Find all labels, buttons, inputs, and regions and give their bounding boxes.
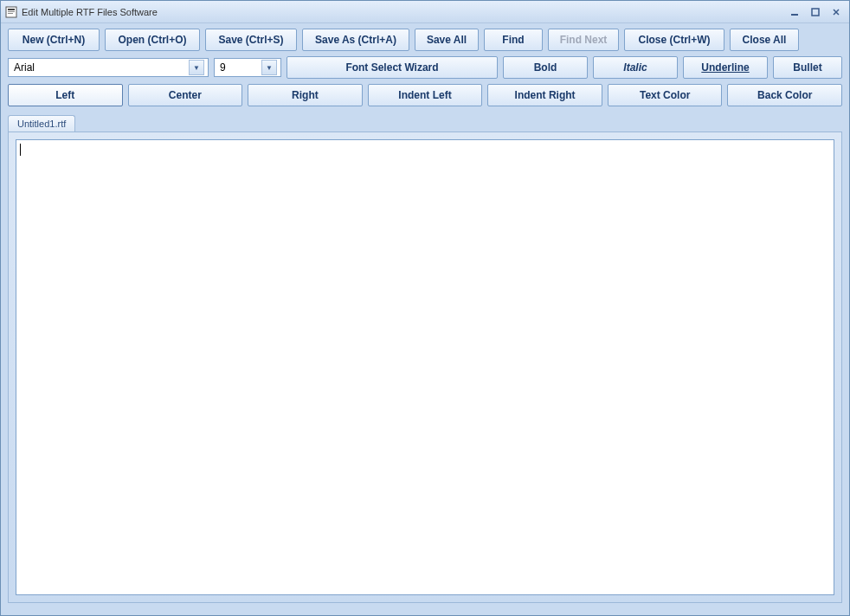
- bullet-button[interactable]: Bullet: [773, 56, 842, 79]
- italic-button[interactable]: Italic: [593, 56, 678, 79]
- toolbar-row-1: New (Ctrl+N) Open (Ctrl+O) Save (Ctrl+S)…: [8, 29, 842, 51]
- find-button[interactable]: Find: [484, 29, 543, 51]
- align-left-button[interactable]: Left: [8, 84, 123, 106]
- font-size-value: 9: [220, 61, 258, 74]
- window-title: Edit Multiple RTF Files Software: [22, 7, 785, 17]
- align-center-button[interactable]: Center: [128, 84, 243, 106]
- new-button[interactable]: New (Ctrl+N): [8, 29, 100, 51]
- svg-rect-4: [791, 14, 798, 16]
- maximize-button[interactable]: [806, 5, 825, 19]
- underline-button[interactable]: Underline: [683, 56, 768, 79]
- svg-rect-5: [812, 9, 819, 16]
- indent-right-button[interactable]: Indent Right: [487, 84, 602, 106]
- text-caret: [20, 144, 21, 156]
- indent-left-button[interactable]: Indent Left: [368, 84, 483, 106]
- font-size-select[interactable]: 9 ▼: [214, 58, 281, 77]
- save-button[interactable]: Save (Ctrl+S): [205, 29, 297, 51]
- close-window-button[interactable]: [827, 5, 846, 19]
- toolbar-row-3: Left Center Right Indent Left Indent Rig…: [8, 84, 842, 106]
- dropdown-arrow-icon[interactable]: ▼: [189, 60, 204, 75]
- open-button[interactable]: Open (Ctrl+O): [105, 29, 200, 51]
- svg-rect-1: [8, 9, 15, 10]
- app-icon: [4, 5, 18, 19]
- svg-rect-3: [8, 13, 13, 14]
- text-editor[interactable]: [16, 139, 834, 595]
- find-next-button[interactable]: Find Next: [548, 29, 619, 51]
- minimize-button[interactable]: [785, 5, 804, 19]
- titlebar: Edit Multiple RTF Files Software: [1, 1, 849, 23]
- align-right-button[interactable]: Right: [248, 84, 363, 106]
- app-body: New (Ctrl+N) Open (Ctrl+O) Save (Ctrl+S)…: [1, 23, 849, 615]
- back-color-button[interactable]: Back Color: [727, 84, 842, 106]
- save-all-button[interactable]: Save All: [415, 29, 479, 51]
- tab-bar: Untitled1.rtf: [8, 115, 842, 132]
- svg-rect-2: [8, 11, 15, 12]
- editor-container: [8, 132, 842, 603]
- toolbar-row-2: Arial ▼ 9 ▼ Font Select Wizard Bold Ital…: [8, 56, 842, 79]
- close-button[interactable]: Close (Ctrl+W): [624, 29, 724, 51]
- close-all-button[interactable]: Close All: [730, 29, 799, 51]
- font-wizard-button[interactable]: Font Select Wizard: [287, 56, 498, 79]
- bold-button[interactable]: Bold: [503, 56, 588, 79]
- dropdown-arrow-icon[interactable]: ▼: [261, 60, 277, 75]
- font-name-value: Arial: [14, 61, 185, 74]
- font-name-select[interactable]: Arial ▼: [8, 58, 209, 77]
- app-window: Edit Multiple RTF Files Software New (Ct…: [0, 0, 850, 616]
- document-tab[interactable]: Untitled1.rtf: [8, 115, 75, 132]
- window-controls: [785, 5, 846, 19]
- text-color-button[interactable]: Text Color: [608, 84, 723, 106]
- save-as-button[interactable]: Save As (Ctrl+A): [302, 29, 409, 51]
